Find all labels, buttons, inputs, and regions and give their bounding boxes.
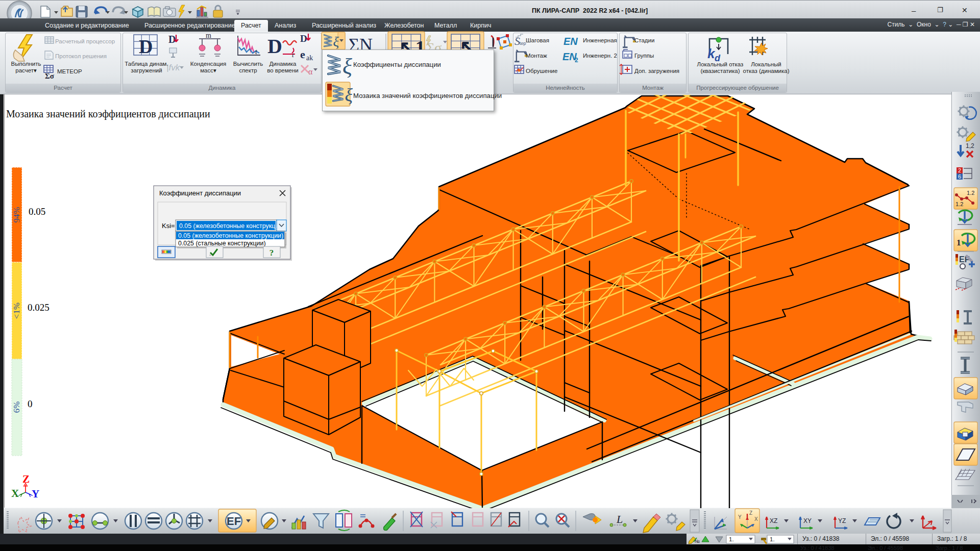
- svg-text:Коэффициент диссипации: Коэффициент диссипации: [159, 189, 241, 197]
- svg-text:Z: Z: [749, 510, 752, 516]
- svg-text:XY: XY: [803, 517, 812, 524]
- svg-text:0.025 (стальные конструкции): 0.025 (стальные конструкции): [178, 240, 266, 247]
- svg-text:1: 1: [957, 238, 961, 247]
- svg-text:XZ: XZ: [770, 517, 777, 524]
- svg-text:1.2: 1.2: [955, 201, 963, 207]
- svg-text:YZ: YZ: [838, 517, 846, 524]
- svg-text:1.2: 1.2: [967, 190, 974, 196]
- svg-text:2: 2: [958, 167, 961, 173]
- svg-text:L: L: [616, 513, 623, 525]
- svg-text:?: ?: [270, 248, 274, 258]
- svg-text:X: X: [11, 487, 19, 499]
- svg-text:6: 6: [958, 173, 961, 180]
- svg-text:1,2: 1,2: [966, 142, 974, 149]
- svg-text:1.: 1.: [729, 536, 734, 542]
- svg-text:X: X: [754, 516, 758, 522]
- svg-text:0.05 (железобетонные конструкц: 0.05 (железобетонные конструкции): [178, 232, 283, 239]
- svg-text:Y: Y: [738, 514, 742, 520]
- svg-text:Y: Y: [32, 488, 39, 500]
- svg-text:ξ: ξ: [345, 85, 353, 105]
- svg-text:№: №: [695, 539, 700, 544]
- svg-text:0.05 (железобетонные конструкц: 0.05 (железобетонные конструкции): [179, 222, 284, 230]
- svg-text:Ksi=: Ksi=: [162, 222, 175, 230]
- svg-text:EF: EF: [227, 515, 241, 528]
- svg-text:ξ: ξ: [342, 54, 352, 79]
- svg-text:Z: Z: [22, 473, 30, 485]
- svg-text:1.: 1.: [770, 536, 775, 542]
